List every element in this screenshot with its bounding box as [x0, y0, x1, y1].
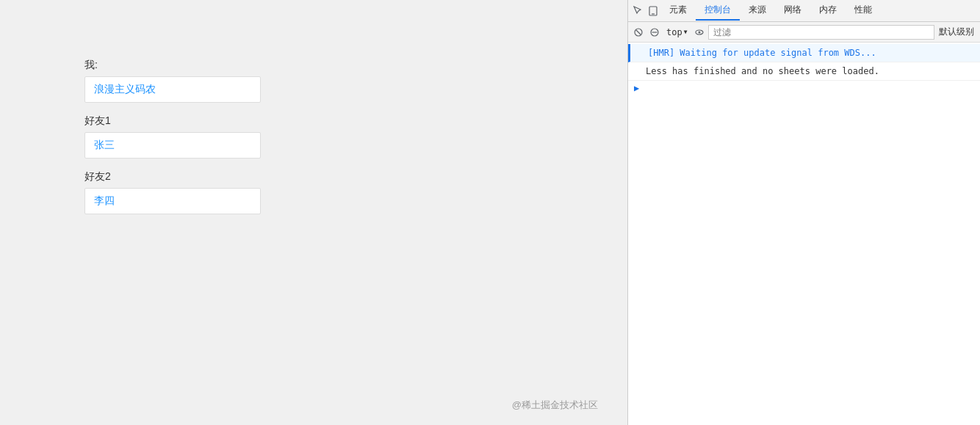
chevron-down-icon: ▼: [684, 29, 688, 35]
filter-input[interactable]: [708, 25, 934, 40]
tab-console[interactable]: 控制台: [696, 1, 740, 21]
console-prompt[interactable]: ▶: [628, 81, 980, 95]
field-me: 我: 浪漫主义码农: [84, 59, 627, 103]
console-toolbar: top ▼ 默认级别: [628, 22, 980, 43]
tab-performance[interactable]: 性能: [846, 1, 881, 21]
svg-point-7: [698, 31, 700, 33]
app-panel: 我: 浪漫主义码农 好友1 张三 好友2 李四 @稀土掘金技术社区: [0, 0, 627, 425]
label-friend2: 好友2: [84, 170, 627, 184]
field-friend2: 好友2 李四: [84, 170, 627, 214]
device-icon[interactable]: [646, 4, 660, 18]
tab-network[interactable]: 网络: [775, 1, 810, 21]
devtools-panel: 元素 控制台 来源 网络 内存 性能 top ▼: [627, 0, 980, 425]
input-friend2[interactable]: 李四: [84, 188, 261, 214]
watermark: @稀土掘金技术社区: [512, 399, 598, 412]
eye-icon[interactable]: [692, 25, 707, 40]
field-friend1: 好友1 张三: [84, 115, 627, 159]
tab-elements[interactable]: 元素: [660, 1, 696, 21]
label-friend1: 好友1: [84, 115, 627, 128]
console-line-less: Less has finished and no sheets were loa…: [628, 62, 980, 81]
input-friend1[interactable]: 张三: [84, 132, 261, 159]
console-line-hmr: [HMR] Waiting for update signal from WDS…: [628, 44, 980, 62]
level-select[interactable]: 默认级别: [936, 24, 977, 40]
input-me[interactable]: 浪漫主义码农: [84, 76, 261, 103]
tab-sources[interactable]: 来源: [740, 1, 775, 21]
tab-memory[interactable]: 内存: [810, 1, 846, 21]
inspect-icon[interactable]: [631, 4, 646, 18]
devtools-tab-bar: 元素 控制台 来源 网络 内存 性能: [628, 0, 980, 22]
console-output: [HMR] Waiting for update signal from WDS…: [628, 43, 980, 425]
label-me: 我:: [84, 59, 627, 72]
svg-line-3: [636, 30, 641, 34]
top-label: top: [666, 27, 682, 37]
block-icon[interactable]: [647, 25, 662, 40]
prompt-arrow-icon: ▶: [634, 83, 639, 93]
clear-console-icon[interactable]: [631, 25, 646, 40]
context-selector[interactable]: top ▼: [663, 26, 691, 39]
